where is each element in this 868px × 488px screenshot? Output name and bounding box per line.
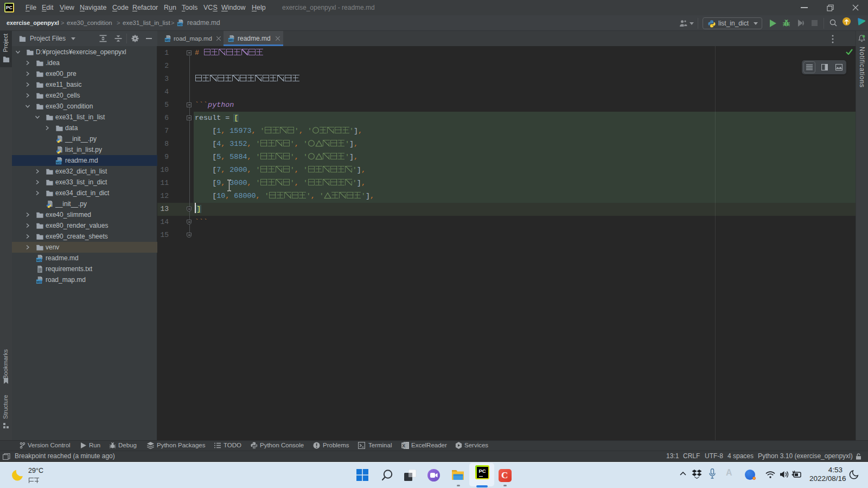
svg-text:X: X: [402, 443, 405, 448]
svg-text:MD: MD: [56, 160, 61, 164]
svg-text:MD: MD: [165, 38, 170, 42]
svg-text:MD: MD: [37, 280, 42, 283]
svg-text:MD: MD: [37, 258, 42, 261]
svg-text:MD: MD: [177, 23, 182, 26]
svg-text:MD: MD: [228, 38, 233, 42]
